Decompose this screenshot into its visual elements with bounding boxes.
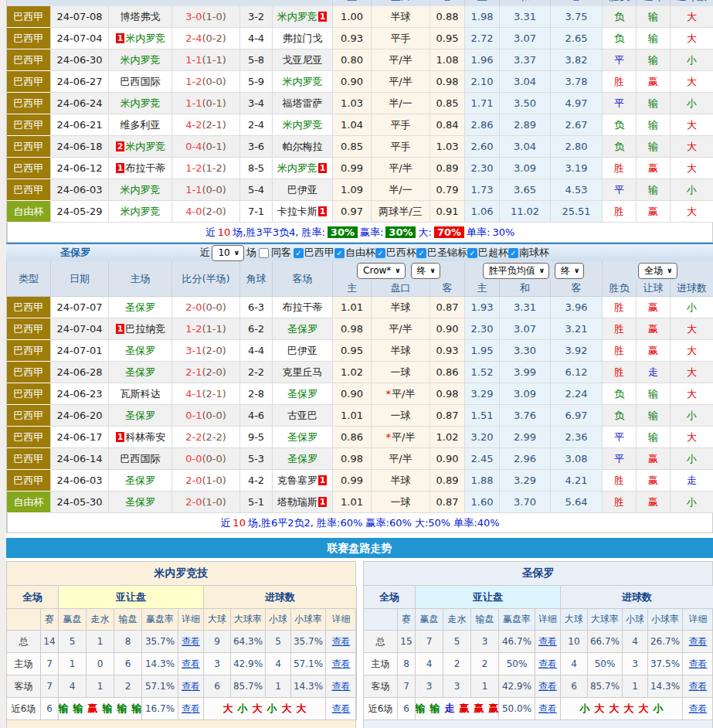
team-name[interactable]: 克鲁塞罗 — [277, 474, 317, 488]
league-checkbox-checked[interactable]: ✓ — [508, 248, 518, 258]
team-name[interactable]: 戈亚尼亚 — [283, 53, 323, 67]
team-name[interactable]: 圣保罗 — [287, 452, 317, 466]
detail-link[interactable]: 查看 — [689, 702, 708, 716]
team-name[interactable]: 米内罗竞 — [283, 75, 323, 89]
team-name[interactable]: 巴伊亚 — [287, 183, 317, 197]
league-type[interactable]: 巴西甲 — [7, 427, 51, 448]
scope-select[interactable]: 全场∨ — [638, 263, 677, 279]
team-name[interactable]: 米内罗竞 — [277, 162, 317, 175]
team-name[interactable]: 圣保罗 — [287, 430, 317, 444]
team-name[interactable]: 米内罗竞 — [121, 205, 161, 219]
match-row: 巴西甲24-06-27巴西国际1-2(0-0)5-9米内罗竞0.90平/半0.9… — [7, 71, 713, 93]
league-type[interactable]: 巴西甲 — [7, 93, 51, 114]
league-type[interactable]: 巴西甲 — [7, 6, 51, 28]
league-type[interactable]: 巴西甲 — [7, 340, 51, 362]
league-type[interactable]: 巴西甲 — [7, 71, 51, 93]
league-type[interactable]: 巴西甲 — [7, 114, 51, 136]
detail-link[interactable]: 查看 — [538, 702, 557, 716]
team-name[interactable]: 米内罗竞 — [121, 97, 161, 111]
league-checkbox-checked[interactable]: ✓ — [334, 248, 345, 258]
team-name[interactable]: 米内罗竞 — [121, 53, 161, 67]
league-type[interactable]: 自由杯 — [7, 201, 51, 223]
league-type[interactable]: 巴西甲 — [7, 470, 51, 492]
team-name[interactable]: 克里丘马 — [283, 366, 323, 379]
team-name[interactable]: 米内罗竞 — [277, 10, 317, 24]
same-away-checkbox[interactable] — [259, 248, 269, 258]
final-odds-select-2[interactable]: 终∨ — [555, 263, 584, 279]
league-checkbox-checked[interactable]: ✓ — [467, 248, 477, 258]
league-type[interactable]: 巴西甲 — [7, 179, 51, 201]
team-name[interactable]: 科林蒂安 — [125, 430, 165, 444]
team-name[interactable]: 米内罗竞 — [125, 140, 165, 154]
team-name[interactable]: 圣保罗 — [125, 344, 155, 358]
team-name[interactable]: 巴西国际 — [121, 452, 161, 466]
ah-handicap: 平/半 — [372, 448, 430, 470]
league-type[interactable]: 巴西甲 — [7, 362, 51, 383]
team-name[interactable]: 圣保罗 — [125, 301, 155, 315]
team-name[interactable]: 布拉干蒂 — [125, 162, 165, 175]
league-type[interactable]: 巴西甲 — [7, 297, 51, 318]
team-name[interactable]: 弗拉门戈 — [283, 32, 323, 46]
team-name[interactable]: 福塔雷萨 — [283, 97, 323, 111]
detail-link[interactable]: 查看 — [182, 702, 200, 716]
match-row: 巴西甲24-06-24米内罗竞1-1(0-1)3-4福塔雷萨1.03半/一0.8… — [7, 93, 713, 114]
detail-link[interactable]: 查看 — [332, 702, 351, 716]
team-name[interactable]: 塔勒瑞斯 — [277, 495, 317, 509]
team-name[interactable]: 米内罗竞 — [283, 118, 323, 132]
team-name[interactable]: 米内罗竞 — [125, 32, 165, 46]
average-odds-select[interactable]: 胜平负均值∨ — [483, 263, 549, 279]
team-name[interactable]: 圣保罗 — [125, 366, 155, 379]
team-name[interactable]: 圣保罗 — [125, 409, 155, 423]
detail-link[interactable]: 查看 — [332, 680, 351, 693]
league-type[interactable]: 巴西甲 — [7, 49, 51, 71]
team-name[interactable]: 布拉干蒂 — [283, 301, 323, 315]
detail-link[interactable]: 查看 — [332, 658, 351, 671]
team-name[interactable]: 巴伊亚 — [287, 344, 317, 358]
league-type[interactable]: 巴西甲 — [7, 405, 51, 427]
team-name[interactable]: 帕尔梅拉 — [283, 140, 323, 154]
team-name[interactable]: 米内罗竞 — [121, 183, 161, 197]
detail-link[interactable]: 查看 — [182, 635, 200, 648]
detail-link[interactable]: 查看 — [182, 680, 200, 693]
league-type[interactable]: 自由杯 — [7, 492, 51, 513]
league-checkbox-checked[interactable]: ✓ — [416, 248, 426, 258]
card-badge: 1 — [318, 163, 328, 173]
league-type[interactable]: 巴西甲 — [7, 448, 51, 470]
final-odds-select-1[interactable]: 终∨ — [411, 263, 440, 279]
mineiro-match-table: 主盘口客主和客胜负让球进球数 巴西甲24-07-08博塔弗戈3-0(1-0)3-… — [6, 0, 713, 243]
detail-link[interactable]: 查看 — [538, 680, 557, 693]
team-name[interactable]: 卡拉卡斯 — [277, 205, 317, 219]
league-type[interactable]: 巴西甲 — [7, 318, 51, 340]
detail-link[interactable]: 查看 — [689, 658, 708, 671]
team-name[interactable]: 巴拉纳竞 — [125, 322, 165, 336]
detail-link[interactable]: 查看 — [538, 635, 557, 648]
subheader-col: 详细 — [683, 609, 713, 631]
league-checkbox-label: 巴超杯 — [478, 246, 508, 260]
detail-link[interactable]: 查看 — [332, 635, 351, 648]
team-name[interactable]: 圣保罗 — [125, 495, 155, 509]
team-name[interactable]: 博塔弗戈 — [121, 10, 161, 24]
league-type[interactable]: 巴西甲 — [7, 383, 51, 405]
detail-link[interactable]: 查看 — [538, 658, 557, 671]
team-name[interactable]: 瓦斯科达 — [121, 387, 161, 401]
card-badge: 2 — [116, 141, 125, 151]
ah-home-odds: 1.01 — [333, 492, 372, 513]
detail-link[interactable]: 查看 — [689, 680, 708, 693]
detail-link[interactable]: 查看 — [182, 658, 200, 671]
league-type[interactable]: 巴西甲 — [7, 136, 51, 158]
handicap-result: 输 — [637, 136, 671, 158]
league-checkbox-checked[interactable]: ✓ — [375, 248, 385, 258]
team-name[interactable]: 古亚巴 — [287, 409, 317, 423]
odds-home-win: 1.71 — [465, 93, 500, 114]
team-name[interactable]: 巴西国际 — [121, 75, 161, 89]
team-name[interactable]: 维多利亚 — [121, 118, 161, 132]
team-name[interactable]: 圣保罗 — [287, 322, 317, 336]
company-select[interactable]: Crow*∨ — [357, 263, 406, 279]
team-name[interactable]: 圣保罗 — [287, 387, 317, 401]
recent-count-select[interactable]: 10∨ — [212, 245, 244, 261]
team-name[interactable]: 圣保罗 — [125, 474, 155, 488]
league-checkbox-checked[interactable]: ✓ — [294, 248, 304, 258]
detail-link[interactable]: 查看 — [689, 635, 708, 648]
league-type[interactable]: 巴西甲 — [7, 158, 51, 179]
league-type[interactable]: 巴西甲 — [7, 28, 51, 49]
